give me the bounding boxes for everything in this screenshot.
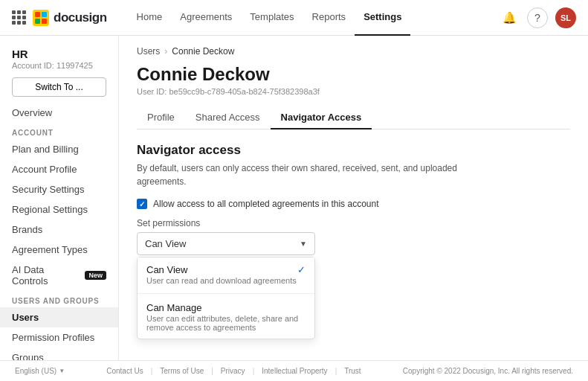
checkbox-check-icon: ✓	[139, 200, 145, 208]
svg-rect-3	[35, 19, 40, 24]
nav-agreements[interactable]: Agreements	[171, 0, 241, 36]
sidebar-item-regional-settings[interactable]: Regional Settings	[0, 199, 118, 220]
allow-access-checkbox-row[interactable]: ✓ Allow access to all completed agreemen…	[137, 199, 570, 209]
nav-templates[interactable]: Templates	[241, 0, 303, 36]
dropdown-option-can-view[interactable]: Can View ✓ User can read and download ag…	[138, 257, 314, 292]
checkbox-allow-access[interactable]: ✓	[137, 199, 147, 209]
sidebar-section-users: USERS AND GROUPS	[0, 291, 118, 307]
breadcrumb-separator: ›	[164, 46, 167, 57]
option-desc: User can read and download agreements	[146, 276, 306, 285]
section-title: Navigator access	[137, 143, 570, 158]
tab-navigator-access[interactable]: Navigator Access	[271, 106, 372, 129]
main-layout: HR Account ID: 11997425 Switch To ... Ov…	[0, 36, 588, 381]
sidebar-item-brands[interactable]: Brands	[0, 220, 118, 240]
svg-rect-4	[42, 19, 47, 24]
dropdown-divider	[138, 293, 314, 294]
chevron-down-icon: ▼	[300, 240, 307, 248]
tabs-container: Profile Shared Access Navigator Access	[137, 106, 570, 129]
footer-lang[interactable]: English (US) ▼	[15, 367, 65, 375]
footer-trust[interactable]: Trust	[344, 367, 361, 375]
nav-home[interactable]: Home	[128, 0, 172, 36]
footer-intellectual-property[interactable]: Intellectual Property	[262, 367, 327, 375]
dropdown-option-can-manage[interactable]: Can Manage User can edit attributes, del…	[138, 295, 314, 339]
brand-name: docusign	[54, 10, 107, 25]
footer-links: Contact Us | Terms of Use | Privacy | In…	[106, 367, 361, 375]
sidebar-item-agreement-types[interactable]: Agreement Types	[0, 240, 118, 260]
svg-rect-2	[42, 12, 47, 17]
sidebar-item-security-settings[interactable]: Security Settings	[0, 179, 118, 199]
nav-settings[interactable]: Settings	[355, 0, 410, 36]
permissions-dropdown-trigger[interactable]: Can View ▼	[137, 232, 315, 255]
page-title: Connie Deckow	[137, 64, 570, 85]
option-label: Can View	[146, 264, 187, 275]
set-permissions-label: Set permissions	[137, 218, 570, 228]
nav-right-actions: 🔔 ? SL	[499, 7, 576, 28]
sidebar-org-name: HR	[12, 48, 106, 60]
switch-to-button[interactable]: Switch To ...	[12, 77, 106, 97]
waffle-icon[interactable]	[12, 10, 27, 25]
permissions-dropdown-menu: Can View ✓ User can read and download ag…	[137, 257, 315, 339]
footer-lang-arrow: ▼	[59, 368, 65, 374]
section-desc: By default, users can only access their …	[137, 161, 494, 188]
sidebar: HR Account ID: 11997425 Switch To ... Ov…	[0, 36, 119, 381]
option-check-icon: ✓	[297, 264, 306, 275]
notifications-button[interactable]: 🔔	[499, 7, 520, 28]
brand-logo: docusign	[33, 10, 107, 26]
new-badge: New	[85, 271, 106, 280]
svg-rect-1	[35, 12, 40, 17]
page-footer: English (US) ▼ Contact Us | Terms of Use…	[0, 360, 588, 381]
sidebar-item-account-profile[interactable]: Account Profile	[0, 159, 118, 179]
sidebar-item-plan-billing[interactable]: Plan and Billing	[0, 139, 118, 159]
sidebar-account-id: Account ID: 11997425	[12, 61, 106, 70]
footer-contact[interactable]: Contact Us	[106, 367, 143, 375]
help-button[interactable]: ?	[527, 7, 548, 28]
footer-copyright: Copyright © 2022 Docusign, Inc. All righ…	[403, 367, 573, 375]
breadcrumb-current: Connie Deckow	[172, 46, 234, 57]
content-area: Users › Connie Deckow Connie Deckow User…	[119, 36, 588, 381]
sidebar-item-permission-profiles[interactable]: Permission Profiles	[0, 327, 118, 348]
tab-shared-access[interactable]: Shared Access	[185, 106, 271, 129]
sidebar-org: HR Account ID: 11997425	[0, 43, 118, 73]
breadcrumb-parent[interactable]: Users	[137, 46, 160, 57]
footer-privacy[interactable]: Privacy	[221, 367, 245, 375]
user-id: User ID: be59cc9b-c789-405a-b824-75f3823…	[137, 87, 570, 96]
sidebar-item-overview[interactable]: Overview	[0, 103, 118, 123]
dropdown-selected-value: Can View	[145, 238, 186, 249]
footer-terms[interactable]: Terms of Use	[160, 367, 204, 375]
sidebar-item-users[interactable]: Users	[0, 307, 118, 327]
permissions-dropdown-container: Can View ▼ Can View ✓ User can read and …	[137, 232, 315, 255]
sidebar-section-account: ACCOUNT	[0, 123, 118, 139]
breadcrumb: Users › Connie Deckow	[137, 46, 570, 57]
nav-links: Home Agreements Templates Reports Settin…	[128, 0, 499, 36]
nav-reports[interactable]: Reports	[303, 0, 355, 36]
tab-profile[interactable]: Profile	[137, 106, 185, 129]
avatar[interactable]: SL	[555, 7, 576, 28]
checkbox-label: Allow access to all completed agreements…	[153, 199, 379, 209]
top-nav: docusign Home Agreements Templates Repor…	[0, 0, 588, 36]
sidebar-item-ai-data-controls[interactable]: AI Data Controls New	[0, 260, 118, 291]
footer-lang-label: English (US)	[15, 367, 56, 375]
option-desc: User can edit attributes, delete, share …	[146, 314, 306, 332]
option-label: Can Manage	[146, 302, 306, 313]
